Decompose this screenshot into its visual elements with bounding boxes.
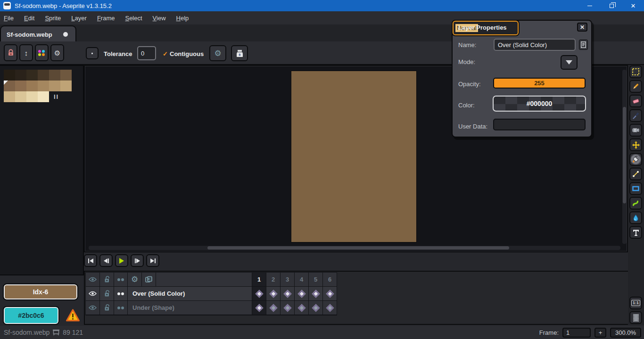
cel-layer1-frame1[interactable] — [252, 301, 266, 315]
user-data-input[interactable] — [493, 119, 586, 130]
layer-name-input[interactable]: Over (Solid Color) — [494, 39, 576, 51]
tool-move[interactable] — [629, 138, 642, 151]
palette-swatch[interactable] — [4, 70, 15, 81]
palette-swatch[interactable] — [15, 70, 26, 81]
next-frame-button[interactable] — [131, 254, 144, 267]
menu-item-edit[interactable]: Edit — [24, 15, 34, 22]
warning-icon[interactable] — [66, 308, 80, 323]
cel-layer0-frame1[interactable] — [252, 287, 266, 300]
all-layers-visibility-toggle[interactable] — [86, 273, 99, 286]
palette-swatch[interactable] — [60, 81, 72, 91]
cel-layer0-frame2[interactable] — [266, 287, 280, 300]
layer-name-cell[interactable]: Under (Shape) — [128, 301, 252, 315]
opacity-slider[interactable]: 255 — [493, 78, 586, 89]
cel-layer1-frame5[interactable] — [309, 301, 322, 315]
timeline-zoom-button[interactable]: 1:1 — [629, 297, 642, 309]
previous-frame-button[interactable] — [99, 254, 113, 267]
palette-swatch[interactable] — [15, 91, 26, 102]
last-frame-button[interactable] — [146, 254, 159, 267]
cel-layer1-frame6[interactable] — [323, 301, 337, 315]
cel-layer1-frame2[interactable] — [266, 301, 280, 315]
ink-options-button[interactable] — [231, 45, 248, 61]
cel-layer0-frame3[interactable] — [281, 287, 294, 300]
menu-item-file[interactable]: File — [4, 15, 14, 22]
palette-swatch[interactable] — [60, 70, 72, 81]
cel-layer0-frame4[interactable] — [295, 287, 308, 300]
palette-options-button[interactable]: ⚙ — [50, 44, 64, 61]
minimize-button[interactable] — [579, 0, 601, 11]
timeline-settings-button[interactable]: ⚙ — [128, 273, 141, 286]
tool-blur[interactable] — [629, 211, 642, 224]
layer-continuous-toggle[interactable] — [114, 301, 127, 315]
palette-swatch[interactable] — [49, 70, 60, 81]
layer-lock-toggle[interactable] — [100, 301, 114, 315]
tool-options-button[interactable]: ⚙ — [209, 45, 226, 61]
brush-size-button[interactable] — [86, 47, 99, 59]
tool-line[interactable] — [629, 168, 642, 180]
contiguous-checkbox[interactable]: ✓ — [163, 50, 168, 57]
play-button[interactable] — [115, 254, 128, 267]
new-layer-menu-button[interactable] — [142, 273, 156, 286]
palette-swatch[interactable] — [49, 81, 60, 91]
user-data-toggle-button[interactable] — [579, 40, 588, 50]
layer-color-button[interactable]: #000000 — [493, 96, 586, 112]
sprite-canvas[interactable] — [291, 71, 417, 242]
menu-item-help[interactable]: Help — [176, 15, 189, 22]
tool-paint-bucket[interactable] — [629, 153, 642, 166]
background-hex-button[interactable]: #2bc0c6 — [3, 306, 59, 325]
tool-text[interactable] — [629, 226, 642, 239]
zoom-level[interactable]: 300.0% — [610, 328, 641, 338]
frame-number-5[interactable]: 5 — [309, 273, 322, 286]
palette-swatch[interactable] — [26, 81, 38, 91]
frame-number-4[interactable]: 4 — [295, 273, 308, 286]
layer-visibility-toggle[interactable] — [86, 301, 99, 315]
palette-presets-button[interactable] — [35, 44, 49, 61]
cel-layer0-frame6[interactable] — [323, 287, 337, 300]
horizontal-scrollbar-thumb[interactable] — [207, 246, 509, 250]
palette-swatch[interactable] — [4, 91, 15, 102]
palette-sort-button[interactable]: ↕ — [19, 44, 33, 61]
horizontal-scrollbar[interactable] — [89, 246, 620, 250]
frame-number-3[interactable]: 3 — [281, 273, 294, 286]
all-layers-lock-toggle[interactable] — [100, 273, 114, 286]
tab-modified-dot-icon[interactable] — [63, 32, 68, 37]
menu-item-frame[interactable]: Frame — [97, 15, 115, 22]
tool-zoom[interactable] — [629, 124, 642, 137]
frame-number-6[interactable]: 6 — [323, 273, 337, 286]
palette-lock-button[interactable] — [4, 44, 17, 61]
palette-swatch[interactable] — [15, 81, 26, 91]
layer-continuous-toggle[interactable] — [114, 287, 127, 300]
cel-layer1-frame3[interactable] — [281, 301, 294, 315]
vertical-scrollbar[interactable] — [622, 70, 627, 244]
add-frame-button[interactable]: + — [594, 328, 606, 338]
palette-swatch[interactable] — [38, 70, 49, 81]
palette-swatch[interactable] — [38, 91, 49, 102]
dialog-close-button[interactable]: ✕ — [577, 23, 587, 32]
layer-name-cell[interactable]: Over (Solid Color) — [128, 287, 252, 300]
frame-number-1[interactable]: 1 — [252, 273, 266, 286]
tool-contour[interactable] — [629, 197, 642, 210]
menu-item-view[interactable]: View — [153, 15, 166, 22]
foreground-index-button[interactable]: Idx-6 — [3, 283, 78, 300]
frame-input[interactable]: 1 — [562, 328, 591, 338]
tolerance-input[interactable]: 0 — [137, 46, 156, 60]
tool-rectangular-marquee[interactable] — [629, 65, 642, 78]
palette-swatch[interactable] — [26, 91, 38, 102]
menu-item-layer[interactable]: Layer — [71, 15, 87, 22]
layer-visibility-toggle[interactable] — [86, 287, 99, 300]
timeline-options-button[interactable] — [629, 311, 642, 324]
tool-eraser[interactable] — [629, 95, 642, 107]
frame-number-2[interactable]: 2 — [266, 273, 280, 286]
first-frame-button[interactable] — [84, 254, 97, 267]
palette-swatch[interactable] — [26, 70, 38, 81]
tool-eyedropper[interactable] — [629, 109, 642, 122]
menu-item-select[interactable]: Select — [125, 15, 142, 22]
close-button[interactable]: ✕ — [622, 0, 644, 11]
vertical-scrollbar-thumb[interactable] — [623, 107, 626, 203]
cel-layer1-frame4[interactable] — [295, 301, 308, 315]
document-tab[interactable]: Sf-sodom.webp — [0, 25, 76, 42]
all-layers-continuous-toggle[interactable] — [114, 273, 127, 286]
layer-lock-toggle[interactable] — [100, 287, 114, 300]
palette-swatch[interactable] — [38, 81, 49, 91]
menu-item-sprite[interactable]: Sprite — [45, 15, 61, 22]
